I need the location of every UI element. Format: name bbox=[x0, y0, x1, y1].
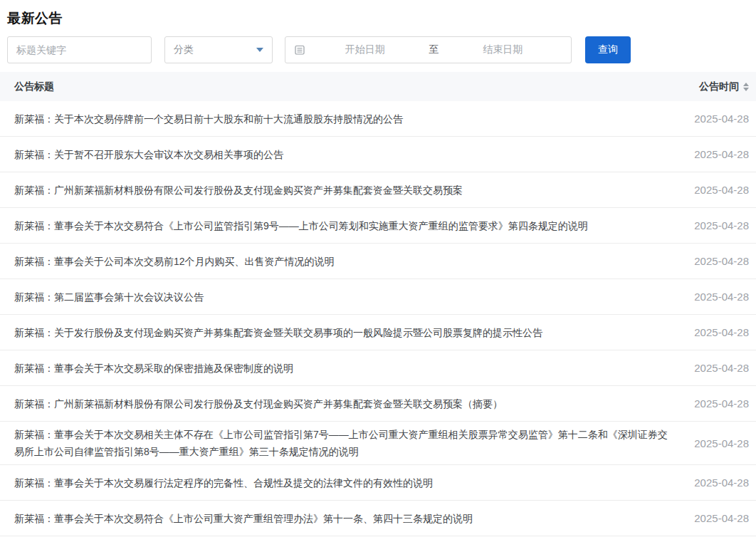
announcement-title[interactable]: 新莱福：广州新莱福新材料股份有限公司发行股份及支付现金购买资产并募集配套资金暨关… bbox=[7, 395, 694, 412]
filter-bar: 分类 开始日期 至 结束日期 查询 bbox=[7, 36, 749, 63]
table-row[interactable]: 新莱福：第二届监事会第十次会议决议公告 2025-04-28 bbox=[0, 279, 756, 315]
end-date-input[interactable]: 结束日期 bbox=[443, 43, 563, 56]
table-header: 公告标题 公告时间 bbox=[0, 72, 756, 101]
column-header-time-sort[interactable]: 公告时间 bbox=[699, 80, 749, 93]
table-row[interactable]: 新莱福：广州新莱福新材料股份有限公司发行股份及支付现金购买资产并募集配套资金暨关… bbox=[0, 386, 756, 422]
announcement-title[interactable]: 新莱福：关于本次交易停牌前一个交易日前十大股东和前十大流通股股东持股情况的公告 bbox=[7, 110, 694, 127]
sort-caret-down-icon bbox=[743, 88, 749, 91]
announcement-title[interactable]: 新莱福：第二届监事会第十次会议决议公告 bbox=[7, 288, 694, 306]
table-row[interactable]: 新莱福：广州新莱福新材料股份有限公司发行股份及支付现金购买资产并募集配套资金暨关… bbox=[0, 172, 756, 208]
table-row[interactable]: 新莱福：董事会关于本次交易履行法定程序的完备性、合规性及提交的法律文件的有效性的… bbox=[0, 465, 756, 501]
query-button[interactable]: 查询 bbox=[585, 36, 631, 63]
sort-carets-icon[interactable] bbox=[743, 83, 749, 91]
announcement-date: 2025-04-28 bbox=[694, 148, 749, 160]
announcement-date: 2025-04-28 bbox=[694, 397, 749, 410]
announcement-title[interactable]: 新莱福：董事会关于本次交易符合《上市公司重大资产重组管理办法》第十一条、第四十三… bbox=[7, 510, 694, 527]
keyword-input[interactable] bbox=[7, 36, 152, 63]
announcement-date: 2025-04-28 bbox=[694, 219, 749, 231]
table-row[interactable]: 新莱福：关于本次交易停牌前一个交易日前十大股东和前十大流通股股东持股情况的公告 … bbox=[0, 101, 756, 137]
announcement-title[interactable]: 新莱福：董事会关于本次交易相关主体不存在《上市公司监管指引第7号——上市公司重大… bbox=[7, 426, 694, 460]
announcement-title[interactable]: 新莱福：关于发行股份及支付现金购买资产并募集配套资金暨关联交易事项的一般风险提示… bbox=[7, 324, 694, 341]
table-row[interactable]: 新莱福：董事会关于本次交易相关主体不存在《上市公司监管指引第7号——上市公司重大… bbox=[0, 422, 756, 465]
table-row[interactable]: 新莱福：关于暂不召开股东大会审议本次交易相关事项的公告 2025-04-28 bbox=[0, 137, 756, 172]
sort-caret-up-icon bbox=[743, 83, 749, 86]
date-range-separator: 至 bbox=[425, 43, 443, 56]
table-row[interactable]: 新莱福：董事会关于本次交易符合《上市公司重大资产重组管理办法》第十一条、第四十三… bbox=[0, 501, 756, 536]
announcement-date: 2025-04-28 bbox=[694, 113, 749, 125]
announcement-title[interactable]: 新莱福：董事会关于本次交易符合《上市公司监管指引第9号——上市公司筹划和实施重大… bbox=[7, 217, 694, 234]
announcement-date: 2025-04-28 bbox=[694, 512, 749, 524]
table-row[interactable]: 新莱福：董事会关于本次交易符合《上市公司监管指引第9号——上市公司筹划和实施重大… bbox=[0, 208, 756, 244]
announcement-date: 2025-04-28 bbox=[694, 291, 749, 303]
category-select-label: 分类 bbox=[174, 43, 194, 56]
category-select[interactable]: 分类 bbox=[164, 36, 273, 63]
announcement-date: 2025-04-28 bbox=[694, 437, 749, 449]
announcements-page: 最新公告 分类 开始日期 至 结束日期 查询 公告标题 公告时间 bbox=[0, 0, 756, 536]
announcement-list: 新莱福：关于本次交易停牌前一个交易日前十大股东和前十大流通股股东持股情况的公告 … bbox=[0, 101, 756, 536]
table-row[interactable]: 新莱福：董事会关于公司本次交易前12个月内购买、出售资产情况的说明 2025-0… bbox=[0, 244, 756, 279]
date-range-picker[interactable]: 开始日期 至 结束日期 bbox=[285, 36, 572, 63]
table-row[interactable]: 新莱福：关于发行股份及支付现金购买资产并募集配套资金暨关联交易事项的一般风险提示… bbox=[0, 315, 756, 350]
announcement-date: 2025-04-28 bbox=[694, 255, 749, 267]
calendar-icon bbox=[294, 44, 305, 56]
announcement-title[interactable]: 新莱福：董事会关于本次交易履行法定程序的完备性、合规性及提交的法律文件的有效性的… bbox=[7, 474, 694, 491]
column-header-title: 公告标题 bbox=[7, 80, 699, 93]
announcement-date: 2025-04-28 bbox=[694, 362, 749, 374]
caret-down-icon bbox=[256, 48, 263, 52]
start-date-input[interactable]: 开始日期 bbox=[305, 43, 425, 56]
column-header-time-label: 公告时间 bbox=[699, 80, 739, 93]
announcement-date: 2025-04-28 bbox=[694, 184, 749, 196]
page-title: 最新公告 bbox=[7, 0, 749, 36]
announcement-title[interactable]: 新莱福：广州新莱福新材料股份有限公司发行股份及支付现金购买资产并募集配套资金暨关… bbox=[7, 182, 694, 199]
announcement-title[interactable]: 新莱福：关于暂不召开股东大会审议本次交易相关事项的公告 bbox=[7, 146, 694, 163]
announcement-date: 2025-04-28 bbox=[694, 326, 749, 338]
table-row[interactable]: 新莱福：董事会关于本次交易采取的保密措施及保密制度的说明 2025-04-28 bbox=[0, 350, 756, 386]
announcement-title[interactable]: 新莱福：董事会关于公司本次交易前12个月内购买、出售资产情况的说明 bbox=[7, 253, 694, 270]
announcement-date: 2025-04-28 bbox=[694, 476, 749, 489]
announcement-title[interactable]: 新莱福：董事会关于本次交易采取的保密措施及保密制度的说明 bbox=[7, 360, 694, 377]
